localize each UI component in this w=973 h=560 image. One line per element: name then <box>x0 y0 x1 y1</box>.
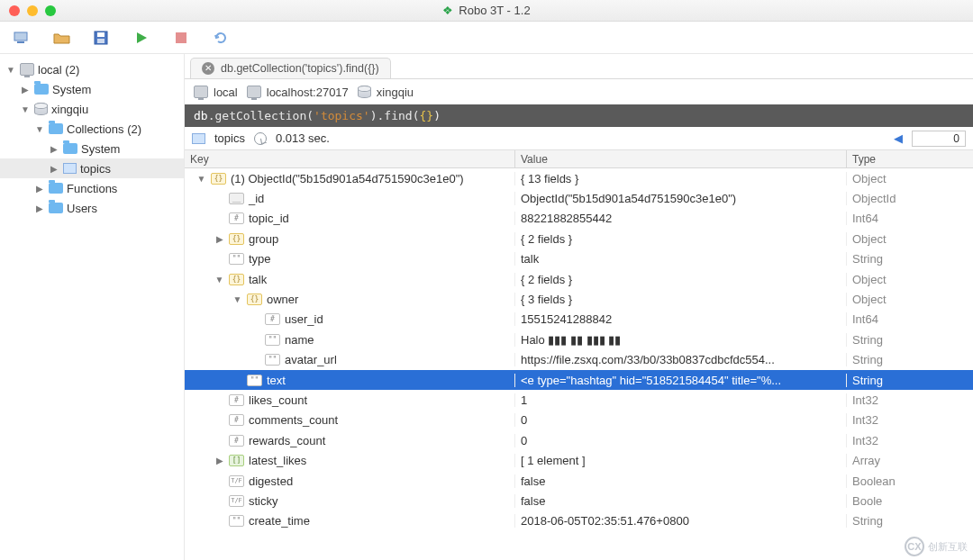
disclosure-icon[interactable]: ▶ <box>34 184 45 194</box>
cell-key: sticky <box>249 494 278 508</box>
header-type[interactable]: Type <box>847 150 973 167</box>
type-obj-icon: {} <box>211 173 226 185</box>
folder-icon <box>34 84 49 95</box>
header-key[interactable]: Key <box>185 150 515 167</box>
page-input[interactable]: 0 <box>912 131 966 147</box>
grid-row[interactable]: "" create_time2018-06-05T02:35:51.476+08… <box>185 511 973 531</box>
tree-collection-topics[interactable]: ▶ topics <box>0 158 184 178</box>
stop-button[interactable] <box>171 28 191 48</box>
cell-type: Int32 <box>847 393 973 407</box>
breadcrumb: local localhost:27017 xingqiu <box>185 79 973 104</box>
folder-icon <box>49 203 63 213</box>
header-value[interactable]: Value <box>515 150 847 167</box>
svg-rect-5 <box>176 32 186 43</box>
grid-header: Key Value Type <box>185 150 973 168</box>
tree-db-system[interactable]: ▶ System <box>0 79 184 99</box>
connection-tree[interactable]: ▼ local (2) ▶ System ▼ xingqiu ▼ Collect… <box>0 54 185 560</box>
cell-key: comments_count <box>249 413 338 427</box>
tree-root-local[interactable]: ▼ local (2) <box>0 59 184 79</box>
grid-row[interactable]: ▼{} talk{ 2 fields }Object <box>185 269 973 289</box>
grid-row[interactable]: "" nameHalo ▮▮▮ ▮▮ ▮▮▮ ▮▮String <box>185 330 973 349</box>
connect-button[interactable] <box>13 28 32 48</box>
open-button[interactable] <box>52 28 72 48</box>
window-title: ❖ Robo 3T - 1.2 <box>442 4 530 17</box>
tree-collections[interactable]: ▼ Collections (2) <box>0 119 184 139</box>
code-m1: .getCollection( <box>208 109 314 122</box>
disclosure-icon[interactable]: ▶ <box>214 234 224 244</box>
zoom-window-button[interactable] <box>45 5 56 16</box>
grid-row[interactable]: "" avatar_urlhttps://file.zsxq.com/33/b0… <box>185 350 973 370</box>
disclosure-icon[interactable]: ▶ <box>34 203 45 213</box>
disclosure-icon[interactable]: ▶ <box>49 164 59 174</box>
tree-users[interactable]: ▶ Users <box>0 198 184 218</box>
cell-value: { 13 fields } <box>515 172 847 185</box>
type-obj-icon: {} <box>229 233 244 245</box>
minimize-window-button[interactable] <box>27 5 38 16</box>
cell-key: owner <box>267 293 298 306</box>
disclosure-icon[interactable]: ▶ <box>20 85 31 95</box>
grid-row[interactable]: __ _idObjectId("5b15d901a54d751590c3e1e0… <box>185 188 973 208</box>
cell-key: (1) ObjectId("5b15d901a54d751590c3e1e0") <box>231 172 464 185</box>
disclosure-icon[interactable]: ▶ <box>214 456 224 465</box>
cell-type: String <box>847 514 973 528</box>
grid-row[interactable]: T/F stickyfalseBoole <box>185 491 973 510</box>
tree-label: Users <box>67 202 97 215</box>
type-num-icon: # <box>229 414 244 426</box>
query-editor[interactable]: db.getCollection('topics').find({}) <box>185 104 973 127</box>
save-button[interactable] <box>92 28 112 48</box>
cell-type: Array <box>847 454 973 467</box>
grid-row[interactable]: "" text<e type="hashtag" hid="5185215844… <box>185 370 973 390</box>
type-str-icon: "" <box>265 354 280 366</box>
cell-value: <e type="hashtag" hid="518521584454" tit… <box>515 374 847 387</box>
disclosure-icon[interactable]: ▶ <box>49 144 59 154</box>
disclosure-icon[interactable]: ▼ <box>232 294 242 304</box>
run-button[interactable] <box>132 28 151 48</box>
tree-collection-system[interactable]: ▶ System <box>0 139 184 158</box>
page-prev-icon[interactable]: ◀ <box>894 131 903 145</box>
cell-value: { 2 fields } <box>515 232 847 246</box>
window-title-text: Robo 3T - 1.2 <box>459 4 530 17</box>
disclosure-icon[interactable]: ▼ <box>5 65 16 75</box>
tree-functions[interactable]: ▶ Functions <box>0 178 184 198</box>
tab-close-icon[interactable]: ✕ <box>202 62 214 75</box>
breadcrumb-db[interactable]: xingqiu <box>358 86 414 99</box>
svg-rect-1 <box>17 41 24 43</box>
cell-type: String <box>847 252 973 266</box>
disclosure-icon[interactable]: ▼ <box>34 124 45 134</box>
refresh-button[interactable] <box>211 28 231 48</box>
disclosure-icon[interactable]: ▼ <box>196 174 206 184</box>
cell-type: ObjectId <box>847 192 973 205</box>
traffic-lights <box>9 5 56 16</box>
disclosure-icon[interactable]: ▼ <box>214 275 224 285</box>
tab-title: db.getCollection('topics').find({}) <box>221 62 379 75</box>
grid-row[interactable]: ▼{} (1) ObjectId("5b15d901a54d751590c3e1… <box>185 168 973 188</box>
grid-row[interactable]: # user_id15515241288842Int64 <box>185 310 973 330</box>
close-window-button[interactable] <box>9 5 20 16</box>
tree-db-xingqiu[interactable]: ▼ xingqiu <box>0 99 184 119</box>
cell-value: 0 <box>515 434 847 447</box>
grid-row[interactable]: # rewards_count0Int32 <box>185 430 973 450</box>
type-num-icon: # <box>229 212 244 224</box>
grid-row[interactable]: # topic_id88221882855442Int64 <box>185 209 973 229</box>
grid-row[interactable]: T/F digestedfalseBoolean <box>185 471 973 491</box>
grid-row[interactable]: # likes_count1Int32 <box>185 390 973 410</box>
breadcrumb-address[interactable]: localhost:27017 <box>247 86 349 99</box>
grid-row[interactable]: ▼{} owner{ 3 fields }Object <box>185 289 973 309</box>
breadcrumb-host[interactable]: local <box>194 86 238 99</box>
app-icon: ❖ <box>442 4 453 17</box>
cell-type: String <box>847 333 973 347</box>
type-num-icon: # <box>265 313 280 325</box>
code-m2: ).find( <box>370 109 420 122</box>
code-db: db <box>194 109 208 122</box>
watermark-icon: CX <box>905 537 924 556</box>
folder-icon <box>49 183 63 194</box>
grid-row[interactable]: ▶[] latest_likes[ 1 element ]Array <box>185 450 973 470</box>
result-grid[interactable]: Key Value Type ▼{} (1) ObjectId("5b15d90… <box>185 150 973 560</box>
grid-row[interactable]: # comments_count0Int32 <box>185 411 973 430</box>
grid-row[interactable]: ▶{} group{ 2 fields }Object <box>185 229 973 248</box>
cell-key: avatar_url <box>285 353 337 366</box>
code-close: ) <box>433 109 441 122</box>
grid-row[interactable]: "" typetalkString <box>185 249 973 269</box>
disclosure-icon[interactable]: ▼ <box>20 104 31 114</box>
query-tab[interactable]: ✕ db.getCollection('topics').find({}) <box>190 58 391 78</box>
